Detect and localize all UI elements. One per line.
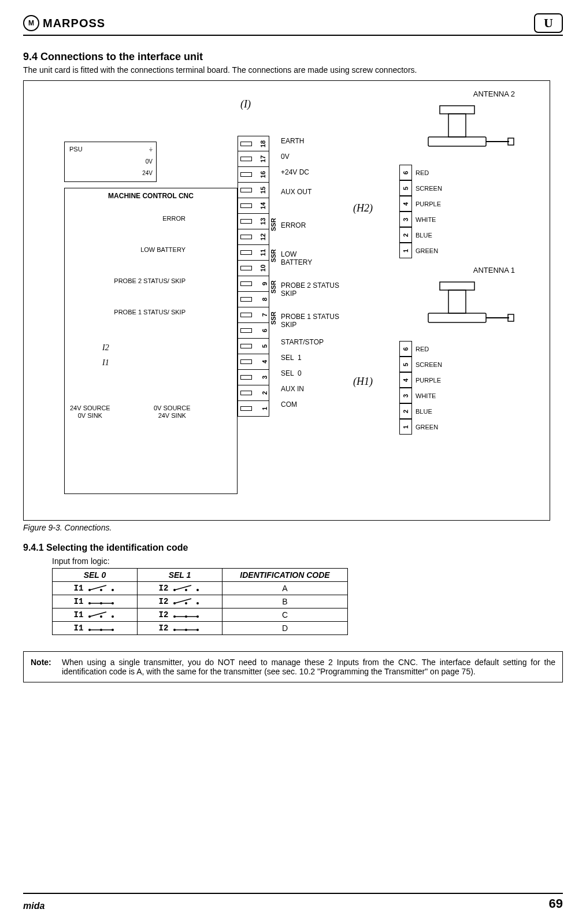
h2-color-4: PURPLE	[416, 201, 441, 207]
brand-logo: M MARPOSS	[23, 15, 105, 31]
src-24v-0v: 24V SOURCE 0V SINK	[70, 405, 110, 420]
table-row: I1I2B	[53, 595, 348, 608]
cell-code: D	[222, 622, 348, 635]
ssr-label-2: SSR	[270, 249, 277, 262]
cell-code: C	[222, 608, 348, 622]
signal-start/stop: START/STOP	[281, 338, 324, 346]
note-text: When using a single transmitter, you do …	[62, 658, 555, 676]
h2-color-3: WHITE	[416, 216, 436, 223]
connector-H2: 1GREEN2BLUE3WHITE4PURPLE5SCREEN6RED	[399, 165, 442, 258]
figure-tag-H1: (H1)	[353, 376, 373, 388]
signal-low-battery: LOW BATTERY	[281, 250, 312, 266]
cnc-block: MACHINE CONTROL CNC	[64, 188, 238, 494]
terminal-pin-5: 5	[238, 339, 269, 354]
cell-sel0: I1	[53, 595, 138, 608]
signal-probe-1-status-skip: PROBE 1 STATUS SKIP	[281, 313, 339, 329]
h1-pin-4: 4	[399, 372, 412, 388]
svg-point-33	[185, 615, 187, 618]
terminal-pin-8: 8	[238, 292, 269, 307]
h2-pin-6: 6	[399, 165, 412, 180]
h1-pin-3: 3	[399, 388, 412, 403]
svg-rect-5	[440, 282, 474, 290]
cell-sel0: I1	[53, 622, 138, 635]
svg-rect-2	[428, 137, 486, 146]
h1-pin-1: 1	[399, 419, 412, 435]
brand-text: MARPOSS	[43, 17, 105, 30]
terminal-pin-1: 1	[238, 401, 269, 417]
svg-rect-7	[428, 313, 486, 322]
cell-sel0: I1	[53, 582, 138, 595]
table-row: I1I2A	[53, 582, 348, 595]
figure-connections: (I) (H2) (H1) PSU ⏚ 0V 24V MACHINE CONTR…	[23, 80, 550, 521]
cell-code: A	[222, 582, 348, 595]
cell-sel0: I1	[53, 608, 138, 622]
h2-color-1: GREEN	[416, 247, 438, 254]
signal-earth: EARTH	[281, 137, 304, 145]
left-sig-error: ERROR	[99, 215, 186, 222]
terminal-pin-10: 10	[238, 261, 269, 276]
h1-color-3: WHITE	[416, 392, 436, 399]
terminal-block-I: 181716151413121110987654321	[238, 136, 269, 417]
id-code-table: SEL 0 SEL 1 IDENTIFICATION CODE I1I2AI1I…	[52, 568, 348, 635]
signal-aux-out: AUX OUT	[281, 188, 311, 196]
terminal-pin-2: 2	[238, 385, 269, 401]
figure-caption: Figure 9-3. Connections.	[23, 523, 563, 532]
svg-line-24	[175, 599, 191, 603]
figure-tag-I: (I)	[240, 98, 251, 110]
signal-probe-2-status-skip: PROBE 2 STATUS SKIP	[281, 281, 339, 298]
terminal-pin-16: 16	[238, 167, 269, 183]
h2-pin-5: 5	[399, 180, 412, 196]
svg-point-41	[185, 629, 187, 631]
svg-rect-6	[448, 290, 466, 313]
h1-color-6: RED	[416, 346, 429, 352]
page: M MARPOSS U 9.4 Connections to the inter…	[0, 0, 586, 924]
note-label: Note:	[31, 658, 62, 676]
cell-code: B	[222, 595, 348, 608]
cell-sel1: I2	[138, 582, 222, 595]
col-sel1: SEL 1	[138, 569, 222, 582]
h2-color-6: RED	[416, 169, 429, 176]
svg-line-16	[175, 585, 191, 590]
cell-sel1: I2	[138, 622, 222, 635]
psu-label: PSU	[69, 146, 83, 153]
left-sig-p2: PROBE 2 STATUS/ SKIP	[99, 277, 186, 284]
terminal-pin-15: 15	[238, 183, 269, 198]
h2-pin-4: 4	[399, 196, 412, 211]
brand-circle-icon: M	[23, 15, 39, 31]
signal-com: COM	[281, 400, 297, 409]
col-sel0: SEL 0	[53, 569, 138, 582]
terminal-pin-9: 9	[238, 276, 269, 292]
h2-color-5: SCREEN	[416, 185, 442, 192]
ssr-label-3: SSR	[270, 280, 277, 294]
signal-sel-1: SEL 1	[281, 354, 302, 362]
svg-point-25	[185, 602, 187, 604]
h1-color-5: SCREEN	[416, 361, 442, 368]
svg-point-21	[100, 602, 102, 604]
signal-error: ERROR	[281, 221, 306, 229]
footer-left: mida	[23, 901, 44, 911]
terminal-pin-7: 7	[238, 307, 269, 323]
ssr-label-1: SSR	[270, 218, 277, 231]
i1-label: I1	[102, 358, 109, 368]
table-row: I1I2C	[53, 608, 348, 622]
h2-color-2: BLUE	[416, 232, 432, 239]
terminal-pin-14: 14	[238, 198, 269, 214]
terminal-pin-12: 12	[238, 229, 269, 245]
svg-line-12	[90, 585, 106, 590]
svg-line-28	[90, 612, 106, 617]
note-box: Note: When using a single transmitter, y…	[23, 651, 563, 682]
psu-0v: 0V	[146, 158, 153, 165]
h2-pin-1: 1	[399, 243, 412, 258]
svg-point-29	[100, 615, 102, 618]
svg-point-11	[112, 589, 114, 591]
left-sig-lowbatt: LOW BATTERY	[99, 246, 186, 253]
svg-rect-0	[440, 106, 474, 114]
terminal-pin-13: 13	[238, 214, 269, 229]
svg-point-27	[112, 615, 114, 618]
terminal-pin-6: 6	[238, 323, 269, 339]
svg-rect-1	[448, 114, 466, 137]
antenna-1-icon	[394, 266, 526, 352]
svg-point-37	[100, 629, 102, 631]
h2-pin-3: 3	[399, 211, 412, 227]
subsection-heading: 9.4.1 Selecting the identification code	[23, 543, 563, 553]
